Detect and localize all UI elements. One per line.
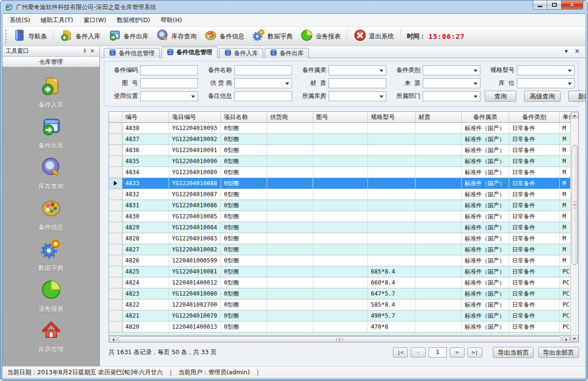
cell-project-name[interactable]: 0型圈 [221,277,267,288]
cell-project-no[interactable]: YG12204010082 [169,244,221,255]
cell-material[interactable] [416,266,462,277]
cell-part-class[interactable]: 日常备件 [509,189,560,200]
spec-model-dropdown[interactable] [517,65,575,75]
cell-supplier[interactable] [267,123,313,133]
cell-drawing-no[interactable] [313,266,368,277]
cell-project-no[interactable]: YG12204010086 [169,200,221,211]
cell-material[interactable] [416,299,462,310]
next-page-button[interactable]: > [450,347,465,357]
cell-supplier[interactable] [267,255,313,266]
column-header-spec-model[interactable]: 规格型号 [368,112,416,122]
table-row[interactable]: 482412204014000120型圈660*8.4标准件（国产）日常备件PC [109,277,570,288]
cell-part-category[interactable]: 标准件（国产） [462,211,509,222]
cell-part-class[interactable]: 日常备件 [509,200,560,211]
row-selector-cell[interactable] [109,222,122,233]
last-page-button[interactable]: >| [467,347,482,357]
cell-project-name[interactable]: 0型圈 [221,189,267,200]
cell-material[interactable] [416,200,462,211]
toolbar-data-dictionary-button[interactable]: 数据字典 [248,28,296,45]
cell-material[interactable] [416,244,462,255]
cell-project-name[interactable]: 0型圈 [221,255,267,266]
column-header-unit[interactable]: 单位 [560,112,570,122]
cell-project-name[interactable]: 0型圈 [221,123,267,133]
horizontal-scrollbar[interactable] [109,335,570,342]
cell-drawing-no[interactable] [313,310,368,321]
horizontal-scrollbar-thumb[interactable] [118,336,562,342]
table-row[interactable]: 4828YG122040100830型圈标准件（国产）日常备件M [109,233,570,244]
table-row[interactable]: 4829YG122040100840型圈标准件（国产）日常备件M [109,222,570,233]
tab-parts-inbound[interactable]: 备件入库 [219,48,263,58]
column-header-material[interactable]: 材质 [416,112,462,122]
drawing-no-input[interactable] [140,78,198,88]
material-input[interactable] [329,78,386,88]
column-header-row-selector[interactable] [109,112,122,122]
cell-drawing-no[interactable] [313,123,368,133]
table-row[interactable]: 4836YG122040100910型圈标准件（国产）日常备件M [109,145,570,156]
row-selector-cell[interactable] [109,167,122,178]
cell-unit[interactable]: M [560,244,570,255]
row-selector-cell[interactable] [109,233,122,244]
cell-drawing-no[interactable] [313,299,368,310]
supplier-dropdown[interactable] [234,78,292,88]
cell-spec-model[interactable] [368,189,416,200]
cell-unit[interactable]: M [560,156,570,167]
cell-id[interactable]: 4837 [122,134,169,144]
cell-id[interactable]: 4831 [122,200,169,211]
cell-id[interactable]: 4820 [122,321,169,332]
cell-part-category[interactable]: 标准件（国产） [462,222,509,233]
close-tab-icon[interactable]: ✕ [575,48,580,54]
cell-drawing-no[interactable] [313,277,368,288]
cell-drawing-no[interactable] [313,189,368,200]
cell-drawing-no[interactable] [313,167,368,178]
cell-project-no[interactable]: YG12204010079 [169,310,221,321]
cell-project-no[interactable]: YG12204010083 [169,233,221,244]
toolbar-parts-inbound-button[interactable]: 备件入库 [56,28,104,45]
row-selector-cell[interactable] [109,244,122,255]
page-number-input[interactable]: 1 [429,347,447,357]
cell-part-category[interactable]: 标准件（国产） [462,266,509,277]
cell-project-no[interactable]: YG12204010091 [169,145,221,155]
sidebar-item-business-report[interactable]: 业务报表 [17,279,85,313]
cell-part-category[interactable]: 标准件（国产） [462,321,509,332]
cell-spec-model[interactable] [368,178,416,189]
department-dropdown[interactable] [423,91,480,101]
cell-part-class[interactable]: 日常备件 [509,244,560,255]
cell-material[interactable] [416,134,462,144]
cell-project-no[interactable]: YG12204010081 [169,266,221,277]
cell-spec-model[interactable] [368,123,416,133]
cell-id[interactable]: 4828 [122,233,169,244]
menu-data-maintain[interactable]: 数据维护(D) [111,14,155,26]
toolbar-parts-info-button[interactable]: 备件信息 [200,28,248,45]
cell-supplier[interactable] [267,321,313,332]
column-header-id[interactable]: 编号 [122,112,169,122]
warehouse-dropdown[interactable] [329,91,386,101]
cell-material[interactable] [416,277,462,288]
cell-id[interactable]: 4829 [122,222,169,233]
cell-project-name[interactable]: 0型圈 [221,266,267,277]
cell-project-no[interactable]: 1220401400012 [169,277,221,288]
row-selector-cell[interactable] [109,145,122,155]
cell-spec-model[interactable]: 585*8.4 [368,299,416,310]
table-row[interactable]: 4831YG122040100860型圈标准件（国产）日常备件M [109,200,570,211]
cell-supplier[interactable] [267,288,313,299]
cell-part-category[interactable]: 标准件（国产） [462,277,509,288]
cell-unit[interactable]: PC [560,266,570,277]
cell-part-class[interactable]: 日常备件 [509,288,560,299]
cell-part-class[interactable]: 日常备件 [509,266,560,277]
cell-id[interactable]: 4823 [122,288,169,299]
cell-spec-model[interactable]: 470*8 [368,321,416,332]
cell-material[interactable] [416,145,462,155]
cell-part-category[interactable]: 标准件（国产） [462,288,509,299]
close-button[interactable] [561,0,583,10]
menu-aux-tools[interactable]: 辅助工具(T) [36,14,78,26]
cell-id[interactable]: 4830 [122,211,169,222]
scroll-up-icon[interactable] [571,112,578,119]
cell-supplier[interactable] [267,299,313,310]
cell-spec-model[interactable]: 660*8.4 [368,277,416,288]
tab-parts-info-mgmt-1[interactable]: 备件信息管理 [104,48,160,58]
cell-unit[interactable]: M [560,134,570,144]
cell-drawing-no[interactable] [313,134,368,144]
cell-drawing-no[interactable] [313,321,368,332]
part-code-input[interactable] [140,65,198,75]
part-name-input[interactable] [234,65,292,75]
